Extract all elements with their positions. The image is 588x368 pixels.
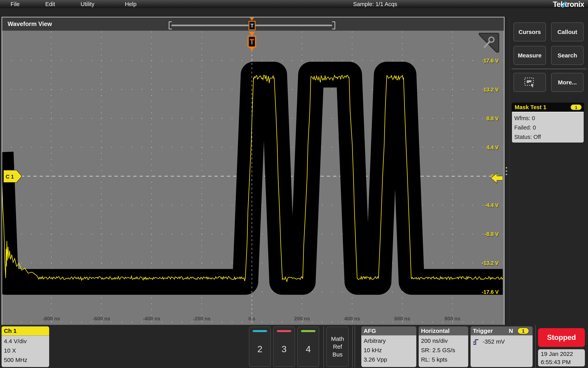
divider — [355, 326, 355, 368]
trigger-marker-icon[interactable]: T — [248, 32, 255, 52]
divider — [324, 326, 324, 368]
channel-3-label: 3 — [273, 344, 295, 354]
date-value: 19 Jan 2022 — [541, 350, 585, 358]
trigger-level-value: -352 mV — [483, 337, 505, 346]
horizontal-title: Horizontal — [419, 326, 468, 335]
horizontal-sample-rate: SR: 2.5 GS/s — [421, 346, 468, 355]
right-panel-divider — [511, 69, 587, 69]
afg-title: AFG — [361, 326, 416, 335]
trigger-badge[interactable]: Trigger N 1 -352 mV — [471, 326, 533, 367]
capture-region-button[interactable] — [513, 73, 546, 92]
voltage-label: 8.8 V — [486, 116, 499, 121]
afg-badge[interactable]: AFG Arbitrary 10 kHz 3.26 Vpp — [361, 326, 416, 367]
time-value: 6:55:43 PM — [541, 358, 585, 366]
trigger-position-marker[interactable]: T — [248, 21, 255, 30]
channel-1-badge[interactable]: Ch 1 4.4 V/div 10 X 500 MHz — [1, 326, 49, 367]
channel-ref-flag[interactable]: C 1 — [3, 170, 22, 183]
mask-test-panel[interactable]: Mask Test 1 1 Wfms: 0 Failed: 0 Status: … — [511, 102, 584, 143]
trigger-position-arrow-icon — [250, 18, 254, 21]
channel-1-scale: 4.4 V/div — [4, 337, 49, 346]
divider — [535, 325, 536, 368]
pan-range-bracket-right[interactable] — [332, 21, 335, 29]
math-ref-bus-button[interactable]: Math Ref Bus — [326, 327, 349, 367]
mask-wfms-value: Wfms: 0 — [514, 113, 584, 123]
magnifier-icon[interactable] — [479, 33, 499, 52]
svg-text:C 1: C 1 — [6, 174, 14, 180]
horizontal-badge[interactable]: Horizontal 200 ns/div SR: 2.5 GS/s RL: 5… — [419, 326, 468, 367]
edge-rising-icon — [473, 337, 482, 346]
horizontal-record-length: RL: 5 kpts — [421, 355, 468, 364]
menu-utility[interactable]: Utility — [80, 0, 94, 8]
mask-status-value: Status: Off — [514, 132, 584, 142]
datetime-badge[interactable]: 19 Jan 2022 6:55:43 PM — [538, 349, 585, 367]
channel-3-button[interactable]: 3 — [273, 327, 295, 367]
channel-2-button[interactable]: 2 — [249, 327, 271, 367]
drag-handle-icon[interactable] — [506, 167, 507, 177]
mask-test-header: Mask Test 1 1 — [512, 103, 584, 112]
svg-text:T: T — [250, 38, 254, 46]
callout-button[interactable]: Callout — [551, 22, 584, 41]
afg-amplitude: 3.26 Vpp — [364, 355, 416, 364]
channel-2-label: 2 — [249, 344, 270, 354]
acquisition-status: Sample: 1/1 Acqs — [353, 0, 397, 8]
channel-3-color-bar — [277, 330, 291, 332]
channel-4-button[interactable]: 4 — [297, 327, 319, 367]
time-label: -800 ns — [43, 316, 60, 322]
time-label: -600 ns — [93, 316, 110, 322]
cursors-button[interactable]: Cursors — [513, 22, 546, 41]
measure-button[interactable]: Measure — [513, 46, 546, 65]
time-label: 400 ns — [344, 316, 360, 322]
channel-2-color-bar — [253, 330, 267, 332]
trigger-title: Trigger N 1 — [471, 326, 533, 335]
channel-1-probe: 10 X — [4, 346, 49, 355]
voltage-label: 13.2 V — [483, 87, 499, 92]
time-label: 0 s — [248, 316, 255, 322]
time-label: -200 ns — [193, 316, 211, 322]
channel-4-color-bar — [301, 330, 316, 332]
menu-bar: File Edit Utility Help Sample: 1/1 Acqs … — [0, 0, 588, 8]
panel-divider — [509, 17, 510, 325]
search-button[interactable]: Search — [551, 46, 584, 65]
menu-help[interactable]: Help — [125, 0, 137, 8]
tektronix-logo: Tektronix — [553, 0, 584, 9]
voltage-label: -8.8 V — [485, 231, 499, 237]
bottom-bar: Ch 1 4.4 V/div 10 X 500 MHz 2 3 4 Math R… — [0, 325, 588, 368]
trigger-source-badge[interactable]: 1 — [517, 328, 529, 334]
trigger-mode: N — [509, 326, 513, 335]
mask-test-count-badge[interactable]: 1 — [570, 104, 582, 110]
voltage-label: 4.4 V — [486, 145, 499, 150]
waveform-view-panel: Waveform View T 17.6 V13.2 V8.8 V4.4 V0 … — [1, 17, 504, 326]
run-stop-status-button[interactable]: Stopped — [538, 328, 585, 347]
graticule[interactable]: 17.6 V13.2 V8.8 V4.4 V0 V-4.4 V-8.8 V-13… — [2, 31, 503, 324]
waveform-view-title: Waveform View — [8, 17, 52, 31]
voltage-label: -13.2 V — [482, 260, 499, 266]
divider — [352, 326, 353, 368]
time-label: -400 ns — [143, 316, 160, 322]
time-label: 200 ns — [294, 316, 310, 322]
horizontal-scale: 200 ns/div — [421, 336, 468, 346]
time-label: 800 ns — [445, 316, 460, 322]
afg-frequency: 10 kHz — [364, 346, 416, 355]
screenshot-region-icon — [524, 77, 536, 88]
channel-1-title: Ch 1 — [1, 326, 49, 336]
time-label: 600 ns — [395, 316, 410, 322]
mask-failed-value: Failed: 0 — [514, 123, 584, 132]
afg-type: Arbitrary — [364, 336, 416, 346]
voltage-label: -4.4 V — [485, 202, 499, 208]
mask-test-body: Wfms: 0 Failed: 0 Status: Off — [512, 112, 584, 143]
channel-4-label: 4 — [298, 344, 319, 354]
voltage-label: 17.6 V — [483, 58, 499, 64]
menu-edit[interactable]: Edit — [45, 0, 55, 8]
channel-1-bandwidth: 500 MHz — [4, 355, 49, 365]
voltage-label: -17.6 V — [482, 289, 499, 295]
menu-file[interactable]: File — [10, 0, 20, 8]
waveform-view-header: Waveform View T — [2, 17, 504, 31]
more-button[interactable]: More... — [551, 73, 584, 92]
